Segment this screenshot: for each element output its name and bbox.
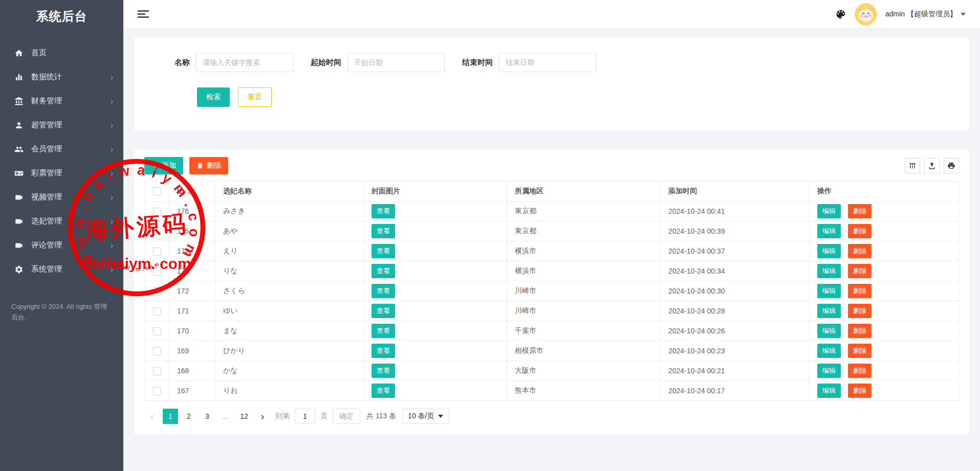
- row-id: 176: [169, 201, 215, 221]
- goto-page-input[interactable]: [295, 409, 315, 424]
- edit-button[interactable]: 编辑: [817, 224, 841, 238]
- delete-button[interactable]: 删除: [848, 324, 872, 338]
- end-date-input[interactable]: [499, 53, 596, 72]
- delete-button[interactable]: 删除: [848, 224, 872, 238]
- column-header[interactable]: ID: [169, 181, 215, 201]
- delete-button[interactable]: 删除: [848, 364, 872, 378]
- print-button[interactable]: [944, 158, 959, 173]
- column-header: 所属地区: [507, 181, 661, 201]
- sidebar-item-system[interactable]: 系统管理 ›: [0, 257, 123, 281]
- view-button[interactable]: 查看: [372, 204, 395, 218]
- page-number[interactable]: 12: [236, 409, 252, 424]
- sidebar-item-finance[interactable]: 财务管理 ›: [0, 89, 123, 113]
- delete-button[interactable]: 删除: [848, 204, 872, 218]
- page-number[interactable]: 3: [200, 409, 215, 424]
- delete-button[interactable]: 删除: [848, 284, 872, 298]
- row-name: まな: [215, 321, 364, 341]
- delete-button[interactable]: 删除: [848, 244, 872, 258]
- page-number[interactable]: 1: [163, 409, 178, 424]
- delete-button[interactable]: 删除: [848, 344, 872, 358]
- row-id: 174: [169, 241, 215, 261]
- chevron-right-icon: ›: [111, 121, 113, 129]
- chevron-right-icon: ›: [111, 217, 113, 226]
- page-ellipsis: ...: [218, 409, 233, 424]
- delete-button[interactable]: 删除: [848, 264, 872, 278]
- page-number[interactable]: 2: [181, 409, 197, 424]
- caret-down-icon: [961, 13, 966, 16]
- table-row: 175 あや 查看 東京都 2024-10-24 00:39 编辑 删除: [145, 221, 959, 241]
- view-button[interactable]: 查看: [372, 244, 395, 258]
- table-row: 167 りお 查看 熊本市 2024-10-24 00:17 编辑 删除: [145, 381, 959, 401]
- video-icon: [14, 193, 24, 202]
- row-time: 2024-10-24 00:26: [661, 321, 810, 341]
- select-all-checkbox[interactable]: [153, 187, 161, 195]
- row-checkbox[interactable]: [153, 208, 161, 216]
- prev-page-icon[interactable]: ‹: [144, 409, 160, 424]
- search-button[interactable]: 检索: [197, 87, 230, 107]
- edit-button[interactable]: 编辑: [817, 264, 841, 278]
- row-checkbox[interactable]: [153, 267, 161, 276]
- sidebar-item-members[interactable]: 会员管理 ›: [0, 137, 123, 161]
- reset-button[interactable]: 重置: [238, 87, 272, 107]
- sidebar-item-comments[interactable]: 评论管理 ›: [0, 233, 123, 257]
- edit-button[interactable]: 编辑: [817, 244, 841, 258]
- row-region: 川崎市: [507, 301, 661, 321]
- goto-suffix: 页: [320, 412, 328, 421]
- row-checkbox[interactable]: [153, 387, 161, 395]
- view-button[interactable]: 查看: [372, 324, 395, 338]
- sort-icon[interactable]: [187, 189, 192, 195]
- row-name: さくら: [215, 281, 364, 301]
- edit-button[interactable]: 编辑: [817, 304, 841, 318]
- sidebar-item-home[interactable]: 首页 ›: [0, 41, 123, 65]
- chart-icon: [14, 73, 24, 82]
- row-checkbox[interactable]: [153, 307, 161, 316]
- user-menu[interactable]: admin 【超级管理员】: [885, 10, 966, 19]
- view-button[interactable]: 查看: [372, 284, 395, 298]
- page-size-select[interactable]: 10 条/页: [402, 409, 449, 424]
- edit-button[interactable]: 编辑: [817, 364, 841, 378]
- user-avatar[interactable]: [855, 3, 877, 26]
- batch-delete-button[interactable]: 删除: [189, 157, 228, 174]
- row-checkbox[interactable]: [153, 287, 161, 296]
- view-button[interactable]: 查看: [372, 304, 395, 318]
- row-checkbox[interactable]: [153, 248, 161, 256]
- row-region: 千葉市: [507, 321, 661, 341]
- sidebar-item-xuanfei[interactable]: 选妃管理 ›: [0, 209, 123, 233]
- sidebar-item-superadmin[interactable]: 超管管理 ›: [0, 113, 123, 137]
- name-filter-input[interactable]: [196, 53, 293, 72]
- start-date-input[interactable]: [347, 53, 445, 72]
- edit-button[interactable]: 编辑: [817, 344, 841, 358]
- row-time: 2024-10-24 00:41: [661, 201, 810, 221]
- chevron-right-icon: ›: [111, 145, 113, 153]
- row-checkbox[interactable]: [153, 347, 161, 355]
- row-checkbox[interactable]: [153, 367, 161, 375]
- sidebar-item-video[interactable]: 视频管理 ›: [0, 185, 123, 209]
- delete-button[interactable]: 删除: [848, 304, 872, 318]
- export-button[interactable]: [924, 158, 940, 173]
- delete-button[interactable]: 删除: [848, 384, 872, 398]
- view-button[interactable]: 查看: [372, 384, 395, 398]
- view-button[interactable]: 查看: [372, 364, 395, 378]
- view-button[interactable]: 查看: [372, 264, 395, 278]
- view-button[interactable]: 查看: [372, 344, 395, 358]
- row-checkbox[interactable]: [153, 327, 161, 335]
- edit-button[interactable]: 编辑: [817, 284, 841, 298]
- edit-button[interactable]: 编辑: [817, 384, 841, 398]
- view-button[interactable]: 查看: [372, 224, 395, 238]
- sidebar-item-stats[interactable]: 数据统计 ›: [0, 65, 123, 89]
- next-page-icon[interactable]: ›: [255, 409, 270, 424]
- edit-button[interactable]: 编辑: [817, 324, 841, 338]
- sidebar-menu: 首页 › 数据统计 › 财务管理 › 超管管理 › 会员管理 › 彩票管理 › …: [0, 41, 123, 281]
- sidebar-toggle-icon[interactable]: [138, 9, 149, 19]
- table-row: 170 まな 查看 千葉市 2024-10-24 00:26 编辑 删除: [145, 321, 959, 341]
- edit-button[interactable]: 编辑: [817, 204, 841, 218]
- sidebar-item-lottery[interactable]: 彩票管理 ›: [0, 161, 123, 185]
- row-checkbox[interactable]: [153, 228, 161, 236]
- start-time-label: 起始时间: [311, 58, 341, 68]
- top-bar: admin 【超级管理员】: [123, 0, 980, 28]
- theme-palette-icon[interactable]: [835, 9, 846, 20]
- goto-confirm-button[interactable]: 确定: [333, 409, 360, 424]
- add-button[interactable]: 添加: [144, 157, 183, 174]
- filter-columns-button[interactable]: [905, 158, 920, 173]
- row-name: ひかり: [215, 341, 364, 361]
